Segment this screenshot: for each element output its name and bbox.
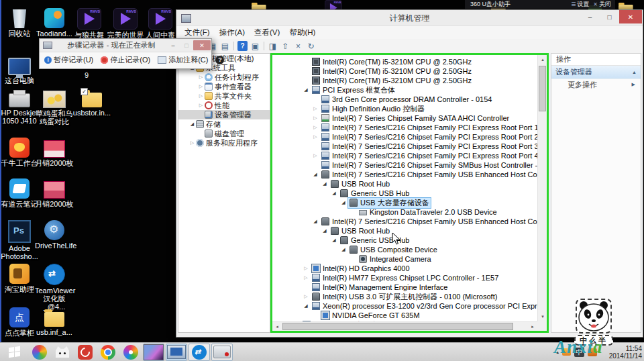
netease-music-icon[interactable] (74, 344, 96, 361)
taskbar-clock[interactable]: 11:54 2014/11/14 (600, 345, 642, 360)
desktop-icon-youdao-note[interactable]: 有道云笔记 (0, 178, 39, 208)
desktop-icon-qianniu[interactable]: 千牛工作台 (0, 138, 39, 167)
recorder-maximize-button[interactable]: □ (180, 40, 193, 50)
device-tree-row[interactable]: ◢Intel(R) 7 Series/C216 Chipset Family U… (272, 170, 537, 179)
desktop-icon-taodiand[interactable]: Taodiand... (35, 8, 74, 38)
scroll-up-icon[interactable]: ▴ (538, 55, 547, 64)
usb-helper-settings-button[interactable]: ☰ 设置 (571, 0, 589, 9)
desktop-icon-adobe-photoshop[interactable]: Adobe Photosho... (0, 220, 39, 260)
device-tree-row[interactable]: ▷Intel(R) 7 Series/C216 Chipset Family P… (272, 151, 537, 160)
recorder-minimize-button[interactable]: – (166, 40, 180, 50)
console-tree-item[interactable]: ▷性能 (178, 101, 270, 110)
desktop-icon-egg-photo[interactable]: 草鸡蛋和乌 鸡蛋对比 (35, 88, 74, 125)
tree-expand-icon[interactable]: ▷ (197, 103, 205, 108)
actions-group-device-manager[interactable]: 设备管理器 ▲ (551, 66, 641, 79)
tree-expand-icon[interactable]: ◢ (311, 172, 319, 177)
maximize-button[interactable]: □ (600, 10, 619, 23)
close-button[interactable]: ✕ (619, 10, 642, 23)
desktop-icon-yuexiao-2[interactable]: 月销2000枚 (35, 178, 74, 208)
console-tree-item[interactable]: ▷共享文件夹 (178, 91, 270, 101)
browser-360-icon[interactable] (120, 344, 142, 361)
show-window-icon[interactable]: ▣ (249, 40, 262, 52)
console-tree-item[interactable]: ▷服务和应用程序 (178, 138, 270, 148)
desktop-icon-teamviewer[interactable]: TeamViewer 汉化版_@4... (35, 264, 74, 311)
collapse-icon[interactable]: ▲ (632, 70, 637, 74)
device-tree-row[interactable]: ◢Xeon(R) processor E3-1200 v2/3rd Gen Co… (272, 301, 537, 311)
desktop-icon-usb-inf-folder[interactable]: usb.inf_a... (35, 307, 74, 336)
console-tree-item[interactable]: ▷任务计划程序 (178, 72, 270, 82)
device-tree-row[interactable]: ▷Intel(R) USB 3.0 可扩展主机控制器 - 0100 (Micro… (272, 292, 499, 301)
console-tree-item[interactable]: 磁盘管理 (178, 129, 270, 138)
desktop-icon-yuexiao-1[interactable]: 月销2000枚 (35, 138, 74, 167)
pause-recording-button[interactable]: ∥ 暂停记录(U) (44, 55, 93, 65)
recorder-close-button[interactable]: ✕ (193, 40, 211, 50)
console-tree-item[interactable]: 设备管理器 (178, 110, 270, 119)
help-icon[interactable]: ? (237, 41, 248, 51)
device-tree-row[interactable]: ◢PCI Express 根复合体 (272, 85, 397, 95)
desktop-icon-movie-1[interactable]: 与狼共舞 (70, 8, 109, 39)
tree-expand-icon[interactable]: ◢ (302, 87, 310, 93)
title-bar[interactable]: 计算机管理 – □ ✕ (176, 10, 643, 26)
device-tree-row[interactable]: ◢USB Root Hub (272, 226, 392, 236)
horizontal-scroll-thumb[interactable] (282, 323, 513, 330)
vertical-scroll-thumb[interactable] (539, 66, 546, 111)
console-tree-item[interactable]: ◢存储 (178, 119, 270, 129)
steps-recorder-task[interactable] (211, 344, 233, 361)
device-tree-row[interactable]: ◢Intel(R) 7 Series/C216 Chipset Family U… (272, 217, 537, 226)
desktop-icon-hp-deskjet[interactable]: HP Deskjet 1050 J410 (0, 88, 39, 125)
scroll-left-icon[interactable]: ◂ (272, 322, 282, 331)
device-tree-row[interactable]: ▷Intel(R) 7 Series/C216 Chipset Family P… (272, 132, 537, 142)
tree-expand-icon[interactable]: ◢ (330, 191, 338, 196)
teamviewer-task[interactable] (189, 344, 210, 361)
tree-expand-icon[interactable]: ◢ (189, 121, 196, 127)
scroll-right-icon[interactable]: ▸ (528, 322, 537, 331)
tree-expand-icon[interactable]: ◢ (321, 228, 329, 234)
menu-item[interactable]: 操作(A) (215, 26, 250, 39)
tree-expand-icon[interactable]: ▷ (311, 153, 319, 158)
device-tree-row[interactable]: ▷Intel(R) HD Graphics 4000 (272, 264, 412, 273)
device-tree-row[interactable]: Intel(R) Core(TM) i5-3210M CPU @ 2.50GHz (272, 66, 474, 76)
menu-item[interactable]: 帮助(H) (284, 26, 320, 39)
device-tree-row[interactable]: ▷Intel(R) 7 Series/C216 Chipset Family P… (272, 123, 537, 132)
tree-expand-icon[interactable]: ▷ (311, 134, 319, 140)
tree-expand-icon[interactable]: ▷ (311, 106, 319, 111)
scan-hardware-icon[interactable]: ↻ (305, 40, 317, 52)
device-tree-row[interactable]: Kingston DataTraveler 2.0 USB Device (272, 207, 499, 217)
device-tree-row[interactable]: ▷Intel(R) HM77 Express Chipset LPC Contr… (272, 273, 500, 282)
menu-item[interactable]: 查看(V) (250, 26, 284, 39)
desktop-icon-this-pc[interactable]: 这台电脑 (0, 55, 39, 85)
tree-expand-icon[interactable]: ▷ (302, 275, 310, 280)
recorder-title-bar[interactable]: 步骤记录器 - 现在正在录制 – □ ✕ (40, 39, 211, 52)
recorder-help-button[interactable]: ? ▾ (215, 56, 229, 64)
export-list-icon[interactable]: ▤ (219, 40, 231, 52)
tree-expand-icon[interactable]: ▷ (311, 115, 319, 121)
tree-expand-icon[interactable]: ◢ (321, 181, 329, 187)
desktop-icon-drivethelife[interactable]: DriveTheLife (35, 220, 74, 250)
stop-recording-button[interactable]: 停止记录(O) (101, 55, 150, 65)
tree-expand-icon[interactable]: ▷ (189, 140, 196, 146)
device-tree-row[interactable]: Intel(R) Core(TM) i5-3210M CPU @ 2.50GHz (272, 57, 474, 66)
tree-expand-icon[interactable]: ▷ (197, 84, 205, 89)
more-actions-item[interactable]: 更多操作 ▶ (551, 79, 641, 91)
properties-icon[interactable]: ◨ (266, 40, 279, 52)
desktop-icon-movie-3[interactable]: 人间中毒 (141, 8, 180, 39)
tree-expand-icon[interactable]: ◢ (339, 247, 347, 252)
vertical-scrollbar[interactable]: ▴ ▾ (537, 55, 547, 321)
uninstall-device-icon[interactable]: × (292, 40, 305, 52)
tree-expand-icon[interactable]: ▷ (302, 294, 310, 299)
tree-expand-icon[interactable]: ◢ (311, 219, 319, 224)
chrome-icon[interactable] (97, 344, 119, 361)
usb-helper-close-button[interactable]: ✕ 关闭 (593, 0, 611, 9)
photo-viewer-task[interactable] (143, 344, 164, 361)
desktop-icon-diandian[interactable]: 点点掌柜 (0, 307, 39, 337)
computer-management-task[interactable] (166, 344, 187, 361)
console-tree-item[interactable]: ▷事件查看器 (178, 82, 270, 91)
update-driver-icon[interactable]: ⇧ (279, 40, 292, 52)
tree-expand-icon[interactable]: ▷ (197, 74, 205, 80)
tree-expand-icon[interactable]: ▷ (197, 93, 205, 99)
desktop-icon-usbstor-folder[interactable]: usbstor.in... (72, 88, 111, 117)
device-tree-row[interactable]: Intel(R) 7 Series/C216 Chipset Family SM… (272, 160, 537, 170)
device-tree-row[interactable]: Intel(R) 7 Series/C216 Chipset Family PC… (272, 142, 537, 151)
foobar2000-icon[interactable] (52, 344, 73, 361)
start-button[interactable] (1, 344, 28, 361)
